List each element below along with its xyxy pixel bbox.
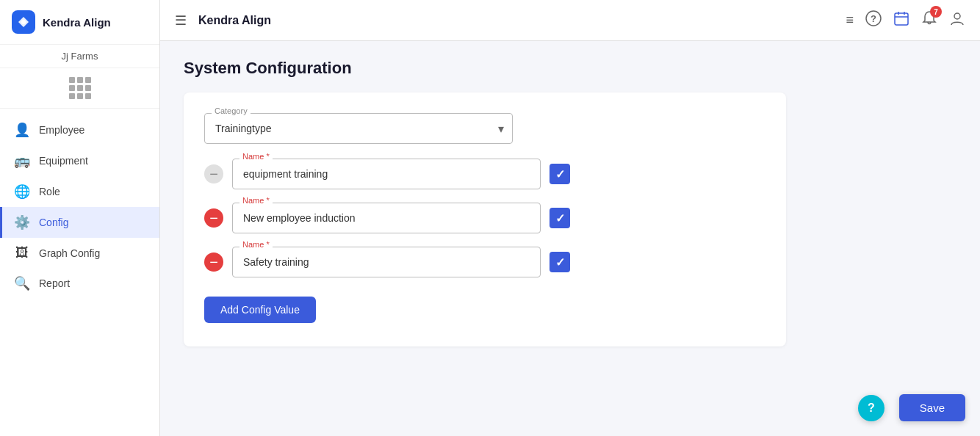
page-title: System Configuration xyxy=(184,59,956,78)
name-input-2[interactable] xyxy=(232,203,541,233)
report-icon: 🔍 xyxy=(14,275,30,291)
content-area: System Configuration Category Trainingty… xyxy=(160,41,980,436)
sidebar-nav: 👤 Employee 🚌 Equipment 🌐 Role ⚙️ Config … xyxy=(0,109,159,305)
name-label-3: Name * xyxy=(239,240,273,249)
category-group: Category Trainingtype Other ▾ xyxy=(204,113,765,144)
hamburger-icon[interactable]: ☰ xyxy=(175,12,187,29)
bell-badge: 7 xyxy=(930,6,942,18)
sidebar-logo xyxy=(12,10,35,34)
minus-icon-2: − xyxy=(209,210,218,227)
svg-text:?: ? xyxy=(871,13,876,24)
sidebar-item-employee[interactable]: 👤 Employee xyxy=(0,115,159,145)
config-row-1: − Name * ✓ xyxy=(204,159,765,189)
sidebar-item-equipment[interactable]: 🚌 Equipment xyxy=(0,145,159,176)
topbar: ☰ Kendra Align ≡ ? xyxy=(160,0,980,41)
bell-icon[interactable]: 7 xyxy=(921,10,937,30)
name-field-wrapper-2: Name * xyxy=(232,203,541,233)
checkmark-icon-3: ✓ xyxy=(555,255,565,269)
svg-point-7 xyxy=(954,13,960,19)
sidebar-header: Kendra Align xyxy=(0,0,159,45)
sidebar-item-employee-label: Employee xyxy=(39,124,84,136)
sidebar-item-role-label: Role xyxy=(39,186,60,197)
grid-icon xyxy=(69,77,91,99)
svg-point-0 xyxy=(21,20,26,24)
equipment-icon: 🚌 xyxy=(14,153,30,169)
help-bubble-label: ? xyxy=(868,402,875,415)
config-row-2: − Name * ✓ xyxy=(204,203,765,233)
user-avatar-icon[interactable] xyxy=(949,10,965,30)
sidebar-item-config[interactable]: ⚙️ Config xyxy=(0,207,159,238)
checkmark-icon-1: ✓ xyxy=(555,167,565,181)
employee-icon: 👤 xyxy=(14,122,30,138)
checkbox-2[interactable]: ✓ xyxy=(550,208,570,228)
sidebar-item-config-label: Config xyxy=(39,217,68,228)
config-card: Category Trainingtype Other ▾ − Name * xyxy=(184,92,786,346)
sidebar-item-equipment-label: Equipment xyxy=(39,155,88,167)
config-icon: ⚙️ xyxy=(14,214,30,230)
help-icon[interactable]: ? xyxy=(865,10,882,30)
save-button[interactable]: Save xyxy=(899,394,965,421)
sidebar-org-name: Jj Farms xyxy=(0,45,159,68)
svg-rect-3 xyxy=(895,13,908,25)
remove-button-1[interactable]: − xyxy=(204,164,223,184)
sidebar-item-report-label: Report xyxy=(39,277,70,289)
sidebar-item-role[interactable]: 🌐 Role xyxy=(0,176,159,207)
minus-icon-1: − xyxy=(209,166,218,183)
graph-config-icon: 🖼 xyxy=(14,245,30,261)
checkbox-3[interactable]: ✓ xyxy=(550,252,570,272)
category-select[interactable]: Trainingtype Other xyxy=(204,113,513,144)
sidebar-item-graph-config-label: Graph Config xyxy=(39,247,100,259)
sidebar-item-report[interactable]: 🔍 Report xyxy=(0,268,159,299)
topbar-icons: ? 7 xyxy=(865,10,965,30)
name-label-2: Name * xyxy=(239,196,273,205)
help-bubble[interactable]: ? xyxy=(858,395,884,421)
role-icon: 🌐 xyxy=(14,184,30,200)
sidebar-item-graph-config[interactable]: 🖼 Graph Config xyxy=(0,238,159,268)
topbar-title: Kendra Align xyxy=(198,14,834,27)
sidebar-grid-button[interactable] xyxy=(0,68,159,109)
config-row-3: − Name * ✓ xyxy=(204,247,765,277)
name-input-3[interactable] xyxy=(232,247,541,277)
category-select-wrapper: Category Trainingtype Other ▾ xyxy=(204,113,513,144)
checkmark-icon-2: ✓ xyxy=(555,211,565,225)
name-label-1: Name * xyxy=(239,152,273,161)
checkbox-1[interactable]: ✓ xyxy=(550,164,570,184)
minus-icon-3: − xyxy=(209,254,218,271)
add-config-value-button[interactable]: Add Config Value xyxy=(204,297,316,323)
sidebar: Kendra Align Jj Farms 👤 Employee 🚌 Equip… xyxy=(0,0,160,436)
remove-button-2[interactable]: − xyxy=(204,208,223,228)
main-area: ☰ Kendra Align ≡ ? xyxy=(160,0,980,436)
sidebar-app-title: Kendra Align xyxy=(43,16,111,29)
topbar-list-icon[interactable]: ≡ xyxy=(846,12,854,28)
name-input-1[interactable] xyxy=(232,159,541,189)
remove-button-3[interactable]: − xyxy=(204,252,223,272)
category-label: Category xyxy=(212,106,251,115)
calendar-icon[interactable] xyxy=(893,10,909,30)
name-field-wrapper-3: Name * xyxy=(232,247,541,277)
name-field-wrapper-1: Name * xyxy=(232,159,541,189)
